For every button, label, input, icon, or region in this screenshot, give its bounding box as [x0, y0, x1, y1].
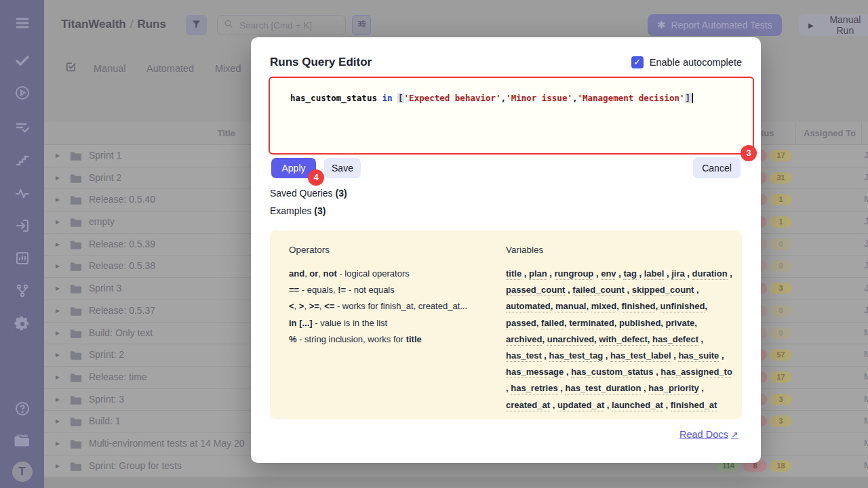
- runs-play-icon[interactable]: [0, 83, 44, 103]
- row-expand-caret-icon[interactable]: ▸: [56, 239, 60, 249]
- variable-term[interactable]: automated: [506, 301, 551, 312]
- row-expand-caret-icon[interactable]: ▸: [56, 306, 60, 315]
- tab-mixed[interactable]: Mixed: [215, 63, 241, 74]
- variable-term[interactable]: label: [644, 268, 665, 280]
- run-title[interactable]: Release: 0.5.38: [89, 260, 155, 271]
- variable-term[interactable]: tag: [623, 268, 637, 280]
- variable-term[interactable]: has_test_label: [610, 350, 671, 362]
- run-title[interactable]: Build: 1: [89, 415, 121, 426]
- variable-term[interactable]: created_at: [506, 400, 550, 411]
- variable-term[interactable]: has_test_duration: [565, 383, 641, 394]
- filter-button[interactable]: [186, 15, 207, 35]
- run-title[interactable]: Sprint: 2: [89, 349, 124, 360]
- row-expand-caret-icon[interactable]: ▸: [56, 416, 60, 426]
- variable-term[interactable]: has_defect: [652, 334, 698, 346]
- variable-term[interactable]: archived: [506, 334, 542, 346]
- variable-term[interactable]: has_message: [506, 367, 564, 378]
- run-title[interactable]: Release: 0.5.39: [89, 239, 155, 249]
- variable-term[interactable]: skipped_count: [632, 285, 694, 296]
- variable-term[interactable]: published: [619, 318, 660, 329]
- autocomplete-checkbox[interactable]: ✓: [631, 56, 644, 68]
- variable-term[interactable]: failed_count: [572, 285, 625, 296]
- row-expand-caret-icon[interactable]: ▸: [56, 350, 60, 359]
- variable-term[interactable]: has_priority: [648, 383, 698, 394]
- variable-term[interactable]: has_test_tag: [549, 350, 603, 362]
- manual-run-button[interactable]: ▶ Manual Run: [799, 14, 868, 36]
- row-expand-caret-icon[interactable]: ▸: [56, 394, 60, 404]
- row-expand-caret-icon[interactable]: ▸: [56, 372, 60, 382]
- pulse-icon[interactable]: [0, 183, 44, 203]
- variable-term[interactable]: private: [666, 318, 695, 329]
- run-title[interactable]: Sprint 1: [89, 150, 121, 161]
- variable-term[interactable]: title: [506, 268, 521, 280]
- run-title[interactable]: Sprint: 3: [89, 394, 124, 405]
- variable-term[interactable]: manual: [555, 301, 587, 312]
- run-title[interactable]: Sprint 3: [89, 283, 121, 293]
- variable-term[interactable]: finished: [622, 301, 656, 312]
- variable-term[interactable]: unfinished: [660, 301, 705, 312]
- steps-icon[interactable]: [0, 150, 44, 171]
- variable-term[interactable]: has_custom_status: [571, 367, 653, 378]
- run-title[interactable]: Release: 0.5.37: [89, 305, 155, 316]
- select-runs-icon[interactable]: [65, 61, 77, 75]
- menu-icon[interactable]: [0, 13, 44, 33]
- run-title[interactable]: Sprint 2: [89, 172, 121, 183]
- variable-term[interactable]: passed: [506, 318, 536, 329]
- variable-term[interactable]: passed_count: [506, 285, 565, 296]
- variable-term[interactable]: jira: [671, 268, 685, 280]
- row-expand-caret-icon[interactable]: ▸: [56, 217, 60, 226]
- search-input[interactable]: [238, 20, 339, 31]
- row-expand-caret-icon[interactable]: ▸: [56, 461, 60, 470]
- run-title[interactable]: Release: time: [89, 371, 147, 382]
- run-title[interactable]: Multi-environment tests at 14 May 20: [89, 438, 245, 449]
- variable-term[interactable]: has_assigned_to: [660, 367, 732, 378]
- column-header-assigned-to[interactable]: Assigned To: [804, 128, 856, 138]
- read-docs-link[interactable]: Read Docs↗: [679, 429, 738, 440]
- run-title[interactable]: empty: [89, 216, 115, 227]
- plans-checklist-icon[interactable]: [0, 117, 44, 138]
- variable-term[interactable]: has_test: [506, 350, 542, 362]
- analytics-icon[interactable]: [0, 248, 44, 268]
- settings-gear-icon[interactable]: [0, 314, 44, 334]
- variable-term[interactable]: with_defect: [599, 334, 648, 346]
- column-header-status[interactable]: tus: [761, 128, 774, 138]
- row-expand-caret-icon[interactable]: ▸: [56, 283, 60, 293]
- variable-term[interactable]: has_suite: [678, 350, 719, 362]
- row-expand-caret-icon[interactable]: ▸: [56, 150, 60, 160]
- projects-folder-icon[interactable]: [0, 430, 44, 451]
- variable-term[interactable]: failed: [541, 318, 564, 329]
- save-button[interactable]: Save: [324, 158, 361, 178]
- sign-in-icon[interactable]: [0, 216, 44, 236]
- search-box[interactable]: [217, 15, 346, 35]
- variable-term[interactable]: rungroup: [555, 268, 594, 280]
- row-expand-caret-icon[interactable]: ▸: [56, 173, 60, 182]
- variable-term[interactable]: terminated: [569, 318, 614, 329]
- variable-term[interactable]: finished_at: [671, 400, 717, 411]
- variable-term[interactable]: launched_at: [612, 400, 663, 411]
- tab-automated[interactable]: Automated: [146, 63, 194, 74]
- variable-term[interactable]: env: [601, 268, 616, 280]
- enable-autocomplete-toggle[interactable]: ✓ Enable autocomplete: [631, 56, 742, 68]
- variable-term[interactable]: updated_at: [557, 400, 604, 411]
- run-title[interactable]: Build: Only text: [89, 327, 153, 338]
- variable-term[interactable]: duration: [692, 268, 728, 280]
- query-editor-input[interactable]: has_custom_status in ['Expected behavior…: [269, 77, 754, 155]
- examples-link[interactable]: Examples (3): [270, 205, 326, 216]
- help-icon[interactable]: [0, 399, 44, 419]
- variable-term[interactable]: mixed: [591, 301, 617, 312]
- view-settings-button[interactable]: [352, 15, 371, 35]
- run-title[interactable]: Release: 0.5.40: [89, 194, 155, 205]
- variable-term[interactable]: has_retries: [511, 383, 557, 394]
- branch-icon[interactable]: [0, 281, 44, 301]
- saved-queries-link[interactable]: Saved Queries (3): [270, 188, 347, 199]
- variable-term[interactable]: unarchived: [547, 334, 594, 346]
- cancel-button[interactable]: Cancel: [693, 157, 741, 178]
- variable-term[interactable]: plan: [529, 268, 547, 280]
- run-title[interactable]: Sprint: Group for tests: [89, 460, 182, 471]
- row-expand-caret-icon[interactable]: ▸: [56, 261, 60, 270]
- breadcrumb-project[interactable]: TitanWealth: [61, 18, 126, 30]
- tab-manual[interactable]: Manual: [94, 63, 126, 74]
- titanwealth-logo[interactable]: T: [0, 462, 44, 482]
- column-header-title[interactable]: Title: [44, 128, 235, 138]
- tests-check-icon[interactable]: [0, 50, 44, 70]
